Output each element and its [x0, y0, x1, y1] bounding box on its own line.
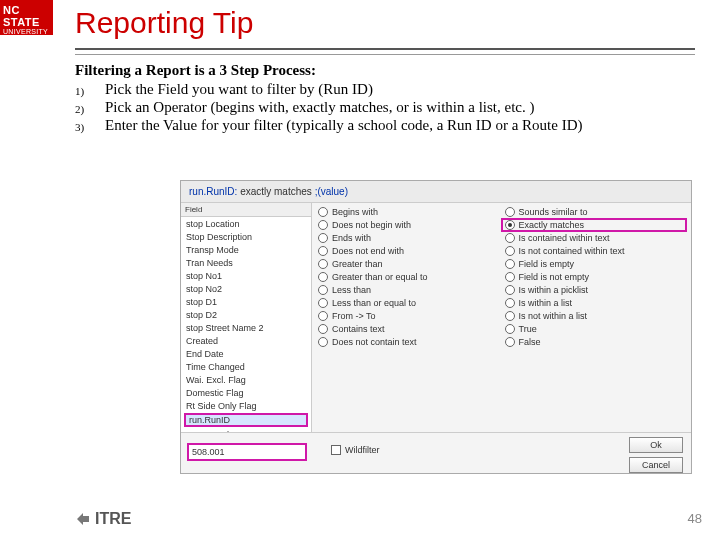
operator-radio[interactable]: True	[505, 324, 686, 334]
radio-icon	[318, 285, 328, 295]
field-item[interactable]: Time Changed	[181, 360, 311, 373]
radio-icon	[318, 220, 328, 230]
radio-icon	[505, 285, 515, 295]
field-item[interactable]: Tran Needs	[181, 256, 311, 269]
itre-logo: ITRE	[75, 510, 131, 528]
operator-radio[interactable]: Does not begin with	[318, 220, 499, 230]
body-text: Filtering a Report is a 3 Step Process: …	[75, 62, 695, 135]
step-row: 2)Pick an Operator (begins with, exactly…	[75, 99, 695, 116]
title-rule	[75, 48, 695, 55]
operator-radio[interactable]: Begins with	[318, 207, 499, 217]
field-item[interactable]: stop Street Name 2	[181, 321, 311, 334]
operator-radio[interactable]: Is contained within text	[505, 233, 686, 243]
operator-radio[interactable]: From -> To	[318, 311, 499, 321]
radio-icon	[318, 337, 328, 347]
itre-arrow-icon	[75, 511, 91, 527]
filter-dialog-screenshot: run.RunID: exactly matches ;(value) Fiel…	[180, 180, 692, 474]
radio-icon	[318, 272, 328, 282]
cancel-button[interactable]: Cancel	[629, 457, 683, 473]
field-item[interactable]: stop D2	[181, 308, 311, 321]
field-item[interactable]: stop D1	[181, 295, 311, 308]
operator-radio[interactable]: Field is not empty	[505, 272, 686, 282]
field-item[interactable]: Transp Mode	[181, 243, 311, 256]
operator-radio[interactable]: Sounds similar to	[505, 207, 686, 217]
rule-expression: run.RunID: exactly matches ;(value)	[181, 181, 691, 203]
radio-icon	[505, 311, 515, 321]
operator-radio[interactable]: Does not contain text	[318, 337, 499, 347]
slide-number: 48	[688, 511, 702, 526]
operator-radio[interactable]: Ends with	[318, 233, 499, 243]
ncstate-logo: NC STATE UNIVERSITY	[0, 0, 53, 35]
operator-radio[interactable]: Does not end with	[318, 246, 499, 256]
operator-radio[interactable]: Less than	[318, 285, 499, 295]
wildfilter-checkbox[interactable]: Wildfilter	[331, 445, 380, 455]
radio-icon	[318, 259, 328, 269]
radio-icon	[505, 298, 515, 308]
operator-panel: Begins withDoes not begin withEnds withD…	[312, 203, 691, 451]
field-item[interactable]: End Date	[181, 347, 311, 360]
field-runid-selected[interactable]: run.RunID	[184, 413, 308, 427]
operator-radio[interactable]: Contains text	[318, 324, 499, 334]
ok-button[interactable]: Ok	[629, 437, 683, 453]
field-item[interactable]: Stop Description	[181, 230, 311, 243]
operator-radio[interactable]: Greater than	[318, 259, 499, 269]
svg-marker-0	[77, 513, 89, 525]
radio-icon	[318, 233, 328, 243]
field-item[interactable]: Wai. Excl. Flag	[181, 373, 311, 386]
radio-icon	[318, 207, 328, 217]
slide-title: Reporting Tip	[75, 6, 253, 40]
field-item[interactable]: Domestic Flag	[181, 386, 311, 399]
radio-icon	[505, 337, 515, 347]
operator-radio[interactable]: Is within a picklist	[505, 285, 686, 295]
operator-radio[interactable]: Is within a list	[505, 298, 686, 308]
radio-icon	[505, 246, 515, 256]
radio-icon	[318, 246, 328, 256]
field-item[interactable]: Created	[181, 334, 311, 347]
operator-radio[interactable]: Field is empty	[505, 259, 686, 269]
step-row: 1)Pick the Field you want to filter by (…	[75, 81, 695, 98]
radio-icon	[318, 311, 328, 321]
field-item[interactable]: stop No1	[181, 269, 311, 282]
radio-icon	[318, 324, 328, 334]
lead-line: Filtering a Report is a 3 Step Process:	[75, 62, 695, 79]
operator-radio[interactable]: Is not contained within text	[505, 246, 686, 256]
radio-icon	[505, 324, 515, 334]
field-list[interactable]: Field stop LocationStop DescriptionTrans…	[181, 203, 312, 451]
operator-radio[interactable]: False	[505, 337, 686, 347]
field-list-header: Field	[181, 203, 311, 217]
operator-radio[interactable]: Is not within a list	[505, 311, 686, 321]
search-value-input[interactable]: 508.001	[187, 443, 307, 461]
radio-icon	[505, 220, 515, 230]
operator-radio[interactable]: Exactly matches	[501, 218, 688, 232]
step-row: 3)Enter the Value for your filter (typic…	[75, 117, 695, 134]
radio-icon	[505, 207, 515, 217]
field-item[interactable]: Rt Side Only Flag	[181, 399, 311, 412]
field-item[interactable]: stop Location	[181, 217, 311, 230]
radio-icon	[505, 259, 515, 269]
operator-radio[interactable]: Greater than or equal to	[318, 272, 499, 282]
checkbox-icon	[331, 445, 341, 455]
field-item[interactable]: stop No2	[181, 282, 311, 295]
radio-icon	[505, 233, 515, 243]
operator-radio[interactable]: Less than or equal to	[318, 298, 499, 308]
radio-icon	[505, 272, 515, 282]
radio-icon	[318, 298, 328, 308]
